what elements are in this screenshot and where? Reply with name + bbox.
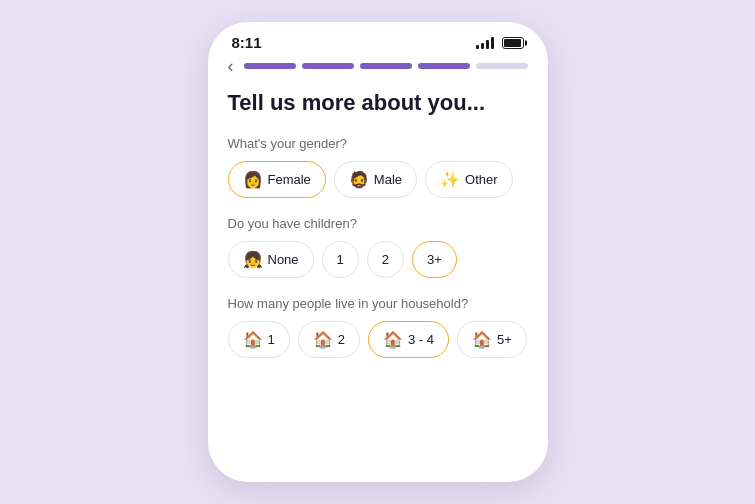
progress-bar — [244, 63, 528, 69]
children-3plus-button[interactable]: 3+ — [412, 241, 457, 278]
none-emoji: 👧 — [243, 250, 263, 269]
none-label: None — [268, 252, 299, 267]
status-icons — [476, 37, 524, 49]
other-emoji: ✨ — [440, 170, 460, 189]
gender-other-button[interactable]: ✨ Other — [425, 161, 513, 198]
household-2-label: 2 — [338, 332, 345, 347]
children-section: Do you have children? 👧 None 1 2 3+ — [228, 216, 528, 278]
children-options: 👧 None 1 2 3+ — [228, 241, 528, 278]
household-5plus-label: 5+ — [497, 332, 512, 347]
children-2-button[interactable]: 2 — [367, 241, 404, 278]
household-1-button[interactable]: 🏠 1 — [228, 321, 290, 358]
progress-dot-5 — [476, 63, 528, 69]
phone-container: 8:11 ‹ Tell us more — [208, 22, 548, 482]
gender-question: What's your gender? — [228, 136, 528, 151]
male-emoji: 🧔 — [349, 170, 369, 189]
status-bar: 8:11 — [208, 22, 548, 57]
children-question: Do you have children? — [228, 216, 528, 231]
nav-row: ‹ — [228, 57, 528, 75]
progress-dot-3 — [360, 63, 412, 69]
children-1-label: 1 — [337, 252, 344, 267]
male-label: Male — [374, 172, 402, 187]
gender-female-button[interactable]: 👩 Female — [228, 161, 326, 198]
progress-dot-4 — [418, 63, 470, 69]
house-5plus-emoji: 🏠 — [472, 330, 492, 349]
house-3-4-emoji: 🏠 — [383, 330, 403, 349]
house-2-emoji: 🏠 — [313, 330, 333, 349]
household-5plus-button[interactable]: 🏠 5+ — [457, 321, 527, 358]
gender-options: 👩 Female 🧔 Male ✨ Other — [228, 161, 528, 198]
other-label: Other — [465, 172, 498, 187]
page-content: ‹ Tell us more about you... What's your … — [208, 57, 548, 482]
household-section: How many people live in your household? … — [228, 296, 528, 358]
household-question: How many people live in your household? — [228, 296, 528, 311]
female-label: Female — [268, 172, 311, 187]
gender-male-button[interactable]: 🧔 Male — [334, 161, 417, 198]
progress-dot-1 — [244, 63, 296, 69]
household-2-button[interactable]: 🏠 2 — [298, 321, 360, 358]
household-1-label: 1 — [268, 332, 275, 347]
household-3-4-button[interactable]: 🏠 3 - 4 — [368, 321, 449, 358]
back-button[interactable]: ‹ — [228, 57, 234, 75]
signal-icon — [476, 37, 494, 49]
page-title: Tell us more about you... — [228, 89, 528, 118]
house-1-emoji: 🏠 — [243, 330, 263, 349]
gender-section: What's your gender? 👩 Female 🧔 Male ✨ Ot… — [228, 136, 528, 198]
children-2-label: 2 — [382, 252, 389, 267]
female-emoji: 👩 — [243, 170, 263, 189]
children-none-button[interactable]: 👧 None — [228, 241, 314, 278]
household-options: 🏠 1 🏠 2 🏠 3 - 4 🏠 5+ — [228, 321, 528, 358]
household-3-4-label: 3 - 4 — [408, 332, 434, 347]
battery-icon — [502, 37, 524, 49]
children-1-button[interactable]: 1 — [322, 241, 359, 278]
status-time: 8:11 — [232, 34, 262, 51]
children-3plus-label: 3+ — [427, 252, 442, 267]
progress-dot-2 — [302, 63, 354, 69]
